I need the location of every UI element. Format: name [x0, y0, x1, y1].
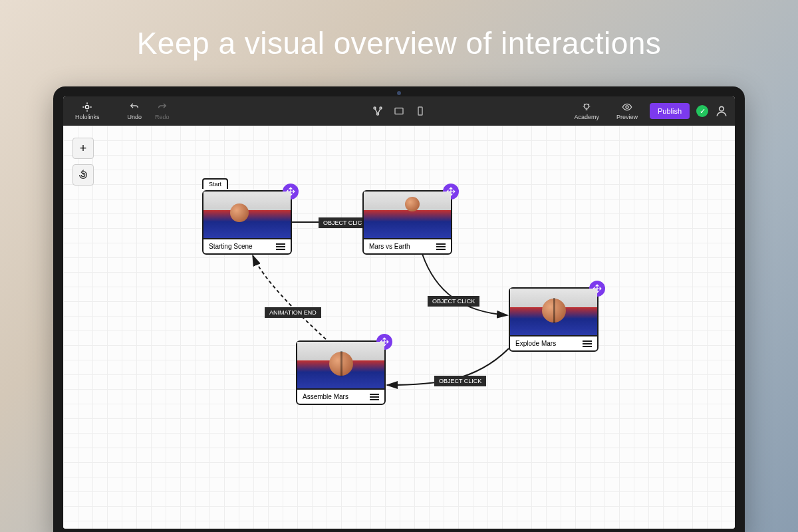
svg-point-3 [377, 113, 379, 115]
redo-icon [157, 102, 168, 112]
undo-icon [129, 102, 140, 112]
reset-view-button[interactable] [72, 164, 94, 186]
toolbar-center-group [372, 105, 426, 117]
svg-point-1 [374, 107, 376, 109]
node-menu-button[interactable] [370, 396, 379, 398]
academy-button[interactable]: Academy [569, 102, 604, 120]
logo-button[interactable]: Hololinks [70, 102, 105, 120]
redo-button[interactable]: Redo [150, 102, 175, 120]
node-label: Assemble Mars [303, 393, 348, 400]
status-indicator: ✓ [696, 105, 708, 117]
node-menu-button[interactable] [436, 246, 446, 247]
preview-button[interactable]: Preview [611, 102, 643, 120]
node-thumbnail [364, 192, 451, 239]
laptop-camera [397, 91, 401, 95]
node-thumbnail [203, 192, 291, 239]
node-starting-scene[interactable]: Start Starting Scene [202, 190, 292, 255]
canvas-tools: + [72, 138, 94, 186]
node-label: Starting Scene [209, 243, 253, 250]
node-assemble-mars[interactable]: Assemble Mars [296, 340, 386, 405]
node-thumbnail [510, 289, 597, 336]
reset-icon [78, 170, 88, 180]
node-explode-mars[interactable]: Explode Mars [509, 287, 598, 352]
eye-icon [622, 102, 632, 112]
desktop-view-icon[interactable] [393, 105, 405, 117]
start-tag: Start [202, 178, 228, 189]
user-icon[interactable] [715, 104, 728, 118]
node-label: Mars vs Earth [369, 243, 410, 250]
preview-label: Preview [616, 114, 638, 120]
academy-label: Academy [574, 114, 599, 120]
svg-rect-4 [395, 108, 403, 114]
node-mars-vs-earth[interactable]: Mars vs Earth [362, 190, 452, 255]
edge-label: OBJECT CLICK [428, 296, 479, 307]
app-screen: Hololinks Undo Redo [63, 96, 735, 529]
node-thumbnail [297, 342, 384, 390]
flow-canvas[interactable]: + O [63, 126, 735, 529]
svg-point-2 [380, 107, 382, 109]
edges-layer [63, 126, 735, 529]
logo-label: Hololinks [75, 114, 100, 120]
headline-text: Keep a visual overview of interactions [0, 25, 798, 61]
undo-button[interactable]: Undo [122, 102, 148, 120]
undo-label: Undo [128, 114, 142, 120]
edge-label: ANIMATION END [265, 307, 321, 318]
redo-label: Redo [155, 114, 170, 120]
svg-point-8 [720, 106, 724, 111]
publish-button[interactable]: Publish [650, 103, 690, 119]
edge-label: OBJECT CLICK [434, 376, 486, 386]
svg-rect-5 [418, 107, 422, 115]
svg-point-0 [86, 105, 89, 108]
node-menu-button[interactable] [583, 343, 592, 344]
toolbar-right-group: Academy Preview Publish ✓ [569, 102, 728, 120]
add-node-button[interactable]: + [72, 138, 94, 159]
mobile-view-icon[interactable] [414, 105, 426, 117]
logo-icon [82, 102, 92, 112]
graph-view-icon[interactable] [372, 105, 384, 117]
node-menu-button[interactable] [276, 246, 285, 247]
svg-point-6 [585, 104, 589, 108]
laptop-frame: Hololinks Undo Redo [53, 86, 745, 532]
svg-point-7 [626, 106, 628, 108]
toolbar-left-group: Hololinks Undo Redo [70, 102, 175, 120]
lightbulb-icon [581, 102, 592, 112]
node-label: Explode Mars [515, 340, 556, 347]
top-toolbar: Hololinks Undo Redo [63, 96, 735, 126]
